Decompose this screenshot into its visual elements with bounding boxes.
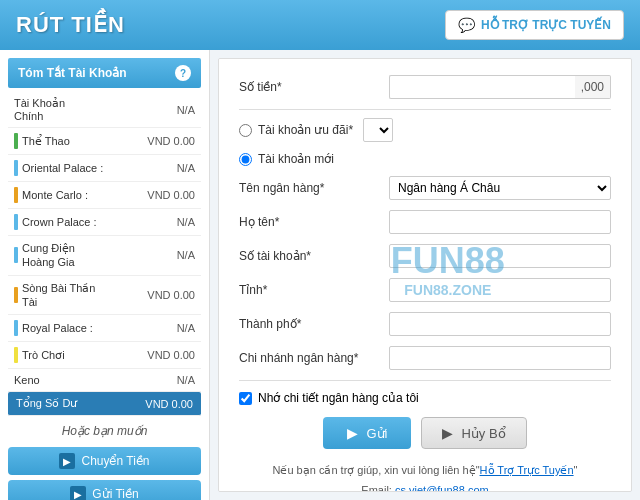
- account-row-montecarlo: Monte Carlo : VND 0.00: [8, 182, 201, 209]
- account-name-montecarlo: Monte Carlo :: [14, 187, 88, 203]
- account-val-montecarlo: VND 0.00: [147, 189, 195, 201]
- account-row-thethao: Thể Thao VND 0.00: [8, 128, 201, 155]
- account-val-songbai: VND 0.00: [147, 289, 195, 301]
- account-row-royal: Royal Palace : N/A: [8, 315, 201, 342]
- account-val-cungdien: N/A: [177, 249, 195, 261]
- main-content: FUN88 FUN88.ZONE Số tiền* ,000 Tài khoản…: [218, 58, 632, 492]
- branch-row: Chi nhánh ngân hàng*: [239, 346, 611, 370]
- promo-account-select[interactable]: [363, 118, 393, 142]
- account-val-keno: N/A: [177, 374, 195, 386]
- promo-account-row: Tài khoản ưu đãi*: [239, 118, 611, 142]
- arrow-icon: ▶: [59, 453, 75, 469]
- amount-input[interactable]: [389, 75, 575, 99]
- account-number-row: Số tài khoản*: [239, 244, 611, 268]
- page-title: RÚT TIỀN: [16, 12, 125, 38]
- account-row-total: Tổng Số Dư VND 0.00: [8, 392, 201, 416]
- full-name-label: Họ tên*: [239, 215, 389, 229]
- sidebar-title: Tóm Tắt Tài Khoản: [18, 66, 127, 80]
- send-label: Gửi Tiền: [92, 487, 138, 500]
- account-name-trochoi: Trò Chơi: [14, 347, 65, 363]
- sidebar: Tóm Tắt Tài Khoản ? Tài KhoảnChính N/A T…: [0, 50, 210, 500]
- email-link[interactable]: cs.viet@fun88.com: [395, 484, 489, 492]
- send-button[interactable]: ▶ Gửi: [323, 417, 411, 449]
- new-account-radio[interactable]: [239, 153, 252, 166]
- account-name-main: Tài KhoảnChính: [14, 97, 65, 122]
- send-arrow-icon: ▶: [347, 425, 358, 441]
- save-checkbox-row: Nhớ chi tiết ngân hàng của tôi: [239, 391, 611, 405]
- account-row-crown: Crown Palace : N/A: [8, 209, 201, 236]
- cancel-button[interactable]: ▶ Hủy Bổ: [421, 417, 526, 449]
- header: RÚT TIỀN 💬 HỖ TRỢ TRỰC TUYẾN: [0, 0, 640, 50]
- color-bar: [14, 214, 18, 230]
- new-account-row: Tài khoản mới: [239, 152, 611, 166]
- total-value: VND 0.00: [145, 398, 193, 410]
- arrow-icon: ▶: [70, 486, 86, 500]
- province-row: Tỉnh*: [239, 278, 611, 302]
- account-name-songbai: Sòng Bài Thần Tài: [14, 281, 95, 310]
- province-input[interactable]: [389, 278, 611, 302]
- action-buttons: ▶ Gửi ▶ Hủy Bổ: [239, 417, 611, 449]
- account-name-keno: Keno: [14, 374, 40, 386]
- account-row-cungdien: Cung Điện Hoàng Gia N/A: [8, 236, 201, 276]
- account-row-keno: Keno N/A: [8, 369, 201, 392]
- sidebar-header: Tóm Tắt Tài Khoản ?: [8, 58, 201, 88]
- color-bar: [14, 133, 18, 149]
- support-button[interactable]: 💬 HỖ TRỢ TRỰC TUYẾN: [445, 10, 624, 40]
- bank-name-row: Tên ngân hàng* Ngân hàng Á Châu: [239, 176, 611, 200]
- promo-radio[interactable]: [239, 124, 252, 137]
- save-checkbox[interactable]: [239, 392, 252, 405]
- full-name-input[interactable]: [389, 210, 611, 234]
- amount-input-wrapper: ,000: [389, 75, 611, 99]
- help-text: Nếu bạn cần trợ giúp, xin vui lòng liên …: [239, 461, 611, 492]
- help-text-1: Nếu bạn cần trợ giúp, xin vui lòng liên …: [273, 464, 480, 476]
- amount-suffix: ,000: [575, 75, 611, 99]
- account-name-thethao: Thể Thao: [14, 133, 70, 149]
- account-val-main: N/A: [177, 104, 195, 116]
- bank-name-select[interactable]: Ngân hàng Á Châu: [389, 176, 611, 200]
- branch-label: Chi nhánh ngân hàng*: [239, 351, 389, 365]
- account-row-oriental: Oriental Palace : N/A: [8, 155, 201, 182]
- send-btn-label: Gửi: [366, 426, 387, 441]
- color-bar: [14, 187, 18, 203]
- total-label: Tổng Số Dư: [16, 397, 77, 410]
- account-val-trochoi: VND 0.00: [147, 349, 195, 361]
- color-bar: [14, 160, 18, 176]
- account-row-trochoi: Trò Chơi VND 0.00: [8, 342, 201, 369]
- cancel-btn-label: Hủy Bổ: [461, 426, 505, 441]
- full-name-row: Họ tên*: [239, 210, 611, 234]
- save-label: Nhớ chi tiết ngân hàng của tôi: [258, 391, 419, 405]
- account-val-royal: N/A: [177, 322, 195, 334]
- city-row: Thành phố*: [239, 312, 611, 336]
- account-row-main: Tài KhoảnChính N/A: [8, 92, 201, 128]
- divider1: [239, 109, 611, 110]
- account-val-oriental: N/A: [177, 162, 195, 174]
- help-text-2: ": [574, 464, 578, 476]
- account-row-songbai: Sòng Bài Thần Tài VND 0.00: [8, 276, 201, 316]
- amount-label: Số tiền*: [239, 80, 389, 94]
- account-name-oriental: Oriental Palace :: [14, 160, 103, 176]
- amount-row: Số tiền* ,000: [239, 75, 611, 99]
- color-bar: [14, 287, 18, 303]
- support-link[interactable]: Hỗ Trợ Trực Tuyến: [480, 464, 574, 476]
- promo-label: Tài khoản ưu đãi*: [258, 123, 353, 137]
- branch-input[interactable]: [389, 346, 611, 370]
- account-val-thethao: VND 0.00: [147, 135, 195, 147]
- city-label: Thành phố*: [239, 317, 389, 331]
- bank-name-label: Tên ngân hàng*: [239, 181, 389, 195]
- new-account-label: Tài khoản mới: [258, 152, 334, 166]
- province-label: Tỉnh*: [239, 283, 389, 297]
- account-name-cungdien: Cung Điện Hoàng Gia: [14, 241, 75, 270]
- support-label: HỖ TRỢ TRỰC TUYẾN: [481, 18, 611, 32]
- cancel-arrow-icon: ▶: [442, 425, 453, 441]
- divider2: [239, 380, 611, 381]
- send-money-button[interactable]: ▶ Gửi Tiền: [8, 480, 201, 500]
- account-name-crown: Crown Palace :: [14, 214, 97, 230]
- account-name-royal: Royal Palace :: [14, 320, 93, 336]
- account-number-input[interactable]: [389, 244, 611, 268]
- transfer-button[interactable]: ▶ Chuyển Tiền: [8, 447, 201, 475]
- account-val-crown: N/A: [177, 216, 195, 228]
- chat-icon: 💬: [458, 17, 475, 33]
- city-input[interactable]: [389, 312, 611, 336]
- help-icon[interactable]: ?: [175, 65, 191, 81]
- color-bar: [14, 247, 18, 263]
